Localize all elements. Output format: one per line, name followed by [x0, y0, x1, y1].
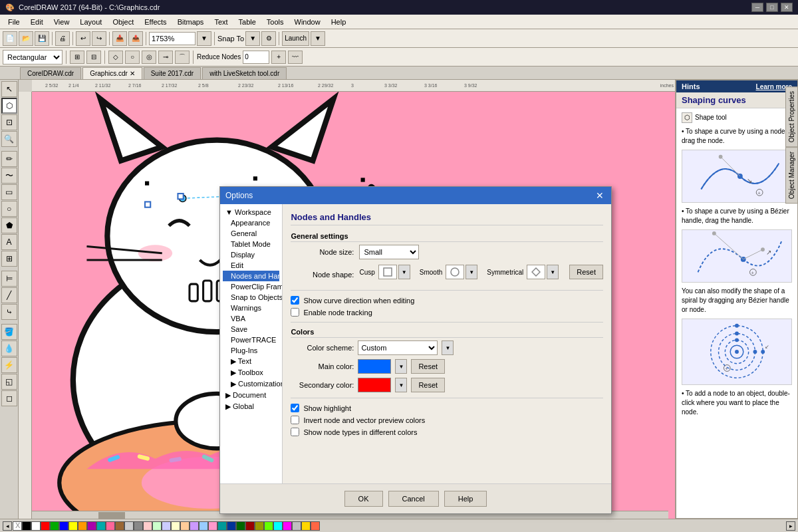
- smooth-group: Smooth ▼: [420, 265, 477, 279]
- node-shape-options: Cusp ▼ Smooth ▼: [359, 265, 603, 279]
- section-divider-1: [291, 290, 603, 291]
- tree-plugins[interactable]: Plug-Ins: [223, 345, 279, 356]
- colors-title: Colors: [291, 328, 603, 338]
- tree-document[interactable]: ▶ Document: [223, 390, 279, 401]
- general-settings-title: General settings: [291, 232, 603, 242]
- content-title: Nodes and Handles: [291, 212, 603, 225]
- show-curve-label[interactable]: Show curve direction when editing: [303, 297, 414, 305]
- symmetrical-shape-btn[interactable]: [527, 265, 545, 279]
- main-color-reset-btn[interactable]: Reset: [411, 359, 445, 374]
- dialog-content: Nodes and Handles General settings Node …: [283, 204, 611, 483]
- cusp-label: Cusp: [359, 269, 374, 276]
- tree-powertrace[interactable]: PowerTRACE: [223, 334, 279, 345]
- svg-marker-67: [532, 268, 540, 276]
- node-size-select[interactable]: Small Medium Large: [359, 245, 419, 259]
- dialog-close-btn[interactable]: ✕: [594, 190, 606, 201]
- secondary-color-row: Secondary color: ▼ Reset: [291, 378, 603, 392]
- smooth-shape-btn[interactable]: [446, 265, 464, 279]
- smooth-dropdown[interactable]: ▼: [466, 265, 477, 279]
- symmetrical-group: Symmetrical ▼: [487, 265, 559, 279]
- dialog-overlay: Options ✕ ▼ Workspace Appearance General…: [0, 0, 798, 532]
- cusp-dropdown[interactable]: ▼: [398, 265, 410, 279]
- enable-tracking-label[interactable]: Enable node tracking: [303, 309, 372, 317]
- cusp-group: Cusp ▼: [359, 265, 410, 279]
- show-curve-checkbox[interactable]: [291, 296, 299, 305]
- node-size-label: Node size:: [291, 248, 354, 256]
- show-node-types-checkbox[interactable]: [291, 428, 299, 436]
- main-color-label: Main color:: [291, 362, 354, 370]
- cusp-shape-btn[interactable]: [378, 265, 397, 279]
- section-divider-2: [291, 322, 603, 323]
- cancel-button[interactable]: Cancel: [388, 491, 439, 507]
- secondary-color-dropdown[interactable]: ▼: [395, 378, 407, 392]
- invert-colors-row: Invert node and vector preview colors: [291, 416, 603, 424]
- show-highlight-checkbox[interactable]: [291, 404, 299, 412]
- tree-text[interactable]: ▶ Text: [223, 356, 279, 367]
- tree-tablet-mode[interactable]: Tablet Mode: [223, 239, 279, 249]
- tree-customization[interactable]: ▶ Customization: [223, 378, 279, 390]
- symmetrical-dropdown[interactable]: ▼: [547, 265, 559, 279]
- tree-appearance[interactable]: Appearance: [223, 217, 279, 228]
- tree-global[interactable]: ▶ Global: [223, 401, 279, 412]
- tree-snap-objects[interactable]: Snap to Objects: [223, 292, 279, 303]
- main-color-dropdown[interactable]: ▼: [395, 359, 407, 374]
- secondary-color-label: Secondary color:: [291, 381, 354, 389]
- main-color-row: Main color: ▼ Reset: [291, 359, 603, 374]
- svg-rect-65: [384, 268, 392, 276]
- tree-warnings[interactable]: Warnings: [223, 303, 279, 313]
- color-scheme-row: Color scheme: Custom Default Classic ▼: [291, 340, 603, 355]
- section-divider-3: [291, 398, 603, 398]
- show-highlight-label[interactable]: Show highlight: [303, 404, 351, 412]
- dialog-title-bar: Options ✕: [220, 187, 611, 204]
- dialog-title-text: Options: [225, 191, 253, 200]
- symmetrical-label: Symmetrical: [487, 269, 523, 276]
- tree-save[interactable]: Save: [223, 324, 279, 334]
- show-node-types-row: Show node types in different colors: [291, 428, 603, 436]
- tree-edit[interactable]: Edit: [223, 260, 279, 271]
- node-size-row: Node size: Small Medium Large: [291, 245, 603, 259]
- dialog-body: ▼ Workspace Appearance General Tablet Mo…: [220, 204, 611, 483]
- secondary-color-preview[interactable]: [358, 378, 391, 392]
- tree-nodes-handles[interactable]: Nodes and Handles: [223, 271, 279, 281]
- tree-display[interactable]: Display: [223, 249, 279, 260]
- dialog-tree: ▼ Workspace Appearance General Tablet Mo…: [220, 204, 283, 483]
- tree-workspace[interactable]: ▼ Workspace: [223, 207, 279, 217]
- enable-tracking-row: Enable node tracking: [291, 308, 603, 317]
- help-button[interactable]: Help: [444, 491, 487, 507]
- tree-powerclip[interactable]: PowerClip Frame: [223, 281, 279, 292]
- enable-tracking-checkbox[interactable]: [291, 308, 299, 317]
- main-color-preview[interactable]: [358, 359, 391, 374]
- node-shape-label: Node shape:: [291, 271, 354, 279]
- ok-button[interactable]: OK: [344, 491, 383, 507]
- show-highlight-row: Show highlight: [291, 404, 603, 412]
- show-curve-row: Show curve direction when editing: [291, 296, 603, 305]
- color-scheme-label: Color scheme:: [291, 344, 354, 352]
- node-shape-reset-btn[interactable]: Reset: [569, 265, 603, 279]
- color-scheme-dropdown[interactable]: ▼: [442, 340, 454, 355]
- invert-colors-checkbox[interactable]: [291, 416, 299, 424]
- svg-point-66: [451, 268, 459, 276]
- secondary-color-reset-btn[interactable]: Reset: [411, 378, 445, 392]
- smooth-label: Smooth: [420, 269, 442, 276]
- tree-vba[interactable]: VBA: [223, 313, 279, 324]
- color-scheme-select[interactable]: Custom Default Classic: [358, 340, 438, 355]
- options-dialog: Options ✕ ▼ Workspace Appearance General…: [219, 186, 612, 514]
- show-node-types-label[interactable]: Show node types in different colors: [303, 428, 417, 436]
- invert-colors-label[interactable]: Invert node and vector preview colors: [303, 416, 425, 424]
- tree-toolbox[interactable]: ▶ Toolbox: [223, 367, 279, 378]
- node-shape-row: Node shape: Cusp ▼ Smooth: [291, 265, 603, 285]
- tree-general[interactable]: General: [223, 228, 279, 239]
- dialog-buttons: OK Cancel Help: [220, 483, 611, 513]
